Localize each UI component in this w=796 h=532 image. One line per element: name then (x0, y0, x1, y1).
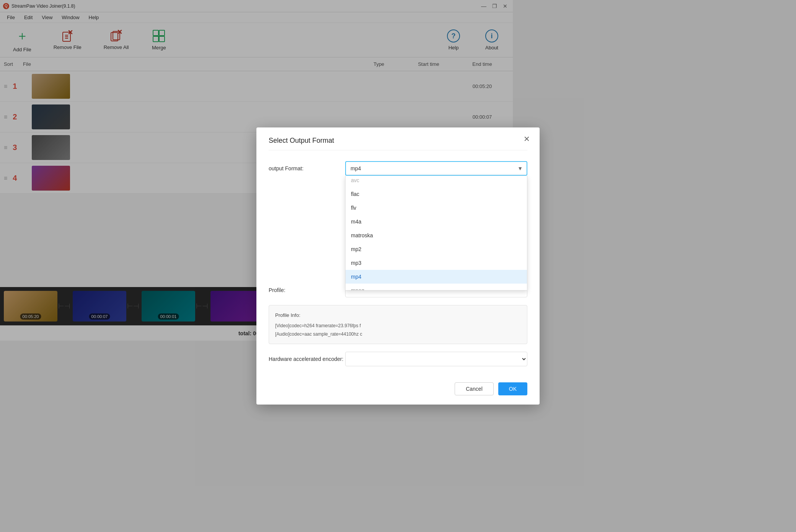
selected-format-value: mp4 (351, 165, 361, 171)
modal-title: Select Output Format (269, 137, 513, 150)
format-dropdown-list[interactable]: avc flac flv m4a matroska mp2 mp3 mp4 mp… (345, 176, 513, 290)
select-output-format-dialog: Select Output Format ✕ output Format: mp… (256, 127, 513, 341)
profile-info-line1: [Video]codec=h264 framerate=23.976fps f (275, 322, 513, 330)
modal-overlay: Select Output Format ✕ output Format: mp… (0, 0, 513, 341)
dropdown-item-m4a[interactable]: m4a (346, 215, 513, 228)
format-dropdown[interactable]: mp4 ▼ avc flac flv m4a matroska mp2 mp3 … (345, 161, 513, 176)
dropdown-item-mp3[interactable]: mp3 (346, 256, 513, 270)
profile-label: Profile: (269, 287, 345, 293)
dropdown-item-flv[interactable]: flv (346, 201, 513, 215)
dropdown-item-flac[interactable]: flac (346, 187, 513, 201)
dropdown-trigger[interactable]: mp4 ▼ (345, 161, 513, 176)
output-format-control: mp4 ▼ avc flac flv m4a matroska mp2 mp3 … (345, 161, 513, 176)
dropdown-item-mpeg[interactable]: mpeg (346, 284, 513, 290)
profile-info-line2: [Audio]codec=aac sample_rate=44100hz c (275, 330, 513, 339)
profile-info-label: Profile Info: (275, 311, 513, 320)
output-format-label: output Format: (269, 165, 345, 171)
dropdown-item-matroska[interactable]: matroska (346, 228, 513, 242)
dropdown-item-avc[interactable]: avc (346, 176, 513, 187)
dropdown-item-mp2[interactable]: mp2 (346, 242, 513, 256)
output-format-row: output Format: mp4 ▼ avc flac flv m4a ma… (269, 161, 513, 176)
dropdown-item-mp4[interactable]: mp4 (346, 270, 513, 284)
profile-info-box: Profile Info: [Video]codec=h264 framerat… (269, 305, 513, 341)
